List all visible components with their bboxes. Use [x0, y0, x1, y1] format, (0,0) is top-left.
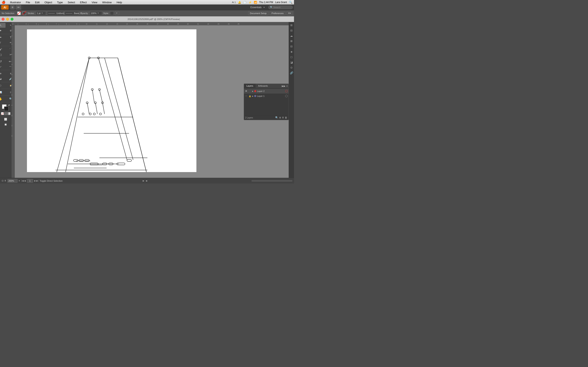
eraser-tool[interactable]: ◻ — [0, 52, 6, 57]
layers-delete-icon[interactable]: 🗑 — [285, 116, 287, 119]
stroke-type-dropdown[interactable]: —— Uniform ▼ — [47, 11, 63, 15]
essentials-label[interactable]: Essentials — [250, 6, 261, 9]
layers-move-icon[interactable]: ⬆ — [282, 116, 284, 119]
menu-illustrator[interactable]: Illustrator — [9, 0, 22, 4]
menu-window[interactable]: Window — [101, 0, 113, 4]
scissors-tool[interactable]: ✂ — [6, 52, 12, 57]
menu-effect[interactable]: Effect — [79, 0, 88, 4]
layer2-visibility-icon[interactable]: 👁 — [245, 90, 248, 92]
nav-next-icon[interactable]: ▶ — [34, 180, 36, 182]
lasso-tool[interactable]: ⊚ — [6, 28, 12, 33]
rp-cc-libraries-icon[interactable]: ☁ — [289, 33, 294, 38]
bluetooth-icon[interactable]: ⚡ — [249, 1, 252, 4]
reflect-tool[interactable]: ⟺ — [6, 59, 12, 64]
toolbar-arrange-icon[interactable]: ≡▾ — [16, 5, 21, 9]
page-input[interactable] — [27, 179, 33, 183]
shape-builder-tool[interactable]: ⊕ — [0, 71, 6, 76]
layer-row-2[interactable]: 👁 ▶ Layer 2 — [244, 89, 288, 94]
toolbar-extra-icon[interactable]: ⚙▾ — [287, 11, 292, 16]
text-tool[interactable]: T — [6, 35, 12, 40]
fill-stroke-swatch[interactable] — [17, 11, 21, 15]
warp-tool[interactable]: 〰 — [6, 64, 12, 69]
preferences-button[interactable]: Preferences — [270, 11, 285, 15]
stroke-swatch-tool[interactable] — [4, 106, 9, 111]
status-arrow-icon[interactable]: ◀ — [146, 180, 147, 182]
layers-panel-expand-icon[interactable]: ▶▶ — [282, 85, 285, 87]
slice-visibility-tool[interactable]: 🔲 — [1, 122, 10, 127]
pen-tool[interactable]: ✒ — [0, 35, 6, 40]
rp-gradient-icon[interactable]: ◪ — [289, 60, 294, 64]
layers-tab[interactable]: Layers — [244, 84, 256, 88]
layer2-lock-icon[interactable] — [249, 90, 251, 92]
rp-appearance-icon[interactable]: ⊙ — [289, 65, 294, 70]
window-maximize-button[interactable] — [11, 18, 13, 21]
nav-first-icon[interactable]: |◀ — [21, 180, 24, 182]
window-close-button[interactable] — [2, 18, 4, 21]
blob-brush-tool[interactable]: ⚫ — [6, 47, 12, 52]
gradient-tool[interactable]: ◪ — [0, 76, 6, 81]
status-icon-2[interactable]: ⬆ — [4, 179, 6, 182]
none-fill-btn[interactable] — [1, 112, 4, 115]
rp-pathfinder-icon[interactable]: ◈ — [289, 49, 294, 54]
status-icon-1[interactable]: ⊡ — [2, 179, 3, 182]
layer2-target[interactable] — [285, 90, 288, 92]
menu-help[interactable]: Help — [115, 0, 123, 4]
layers-search-icon[interactable]: 🔍 — [275, 116, 278, 119]
toolbar-doc-icon[interactable]: ⊞ — [10, 5, 15, 9]
stroke-color-swatch[interactable] — [22, 11, 26, 15]
style-dropdown[interactable]: ▼ — [115, 11, 120, 15]
default-colors-icon[interactable]: ⬛ — [2, 109, 4, 111]
nav-last-icon[interactable]: ▶| — [36, 180, 39, 182]
layer1-target[interactable] — [285, 95, 288, 97]
rp-properties-icon[interactable]: ⊟ — [289, 28, 294, 33]
layer1-visibility-icon[interactable]: 👁 — [245, 95, 248, 98]
stroke-width-dropdown[interactable]: 1 pt ▼ — [36, 11, 46, 15]
menu-file[interactable]: File — [25, 0, 31, 4]
line-tool[interactable]: / — [0, 40, 6, 45]
zoom-tool[interactable]: 🔍 — [6, 96, 12, 101]
menu-select[interactable]: Select — [67, 0, 76, 4]
search-icon[interactable]: 🔍 — [289, 1, 292, 4]
profile-dropdown[interactable]: —— Basic ▼ — [65, 11, 79, 15]
direct-selection-tool[interactable]: ↖ — [6, 23, 12, 28]
document-setup-button[interactable]: Document Setup — [248, 11, 268, 15]
paintbrush-tool[interactable]: 🖌 — [0, 47, 6, 52]
gradient-fill-btn[interactable] — [8, 112, 10, 115]
swap-colors-icon[interactable]: ⇄ — [8, 104, 10, 106]
layer1-expand-icon[interactable]: ▶ — [252, 95, 253, 97]
eyedropper-tool[interactable]: 💉 — [6, 76, 12, 81]
mesh-tool[interactable]: ⊞ — [6, 71, 12, 76]
hand-tool[interactable]: ✋ — [0, 96, 6, 101]
selection-tool[interactable]: ↖ — [0, 23, 6, 28]
layers-new-layer-icon[interactable]: ⊕ — [279, 116, 281, 119]
pencil-tool[interactable]: ✏ — [6, 40, 12, 45]
rp-stroke-icon[interactable]: ◻ — [289, 55, 294, 59]
search-field[interactable]: 🔍 Search — [268, 6, 293, 9]
zoom-dropdown-arrow[interactable]: ▼ — [18, 180, 20, 182]
rp-transform-icon[interactable]: ⊠ — [289, 39, 294, 43]
column-graph-tool[interactable]: 📊 — [0, 90, 6, 95]
menu-type[interactable]: Type — [56, 0, 64, 4]
notification-icon[interactable]: 🔔 — [238, 1, 241, 4]
apple-menu[interactable]: 🍎 — [2, 0, 6, 4]
rp-align-icon[interactable]: ⊟ — [289, 44, 294, 49]
magic-wand-tool[interactable]: ✦ — [0, 28, 6, 33]
rp-links-icon[interactable]: 🔗 — [289, 71, 294, 75]
symbol-sprayer-tool[interactable]: ⛅ — [6, 83, 12, 88]
solid-fill-btn[interactable] — [4, 112, 7, 115]
zoom-input[interactable] — [7, 179, 17, 183]
clock-icon[interactable]: 🕐 — [243, 1, 246, 4]
window-minimize-button[interactable] — [6, 18, 9, 21]
status-play-icon[interactable]: ▶ — [143, 180, 144, 182]
layer2-expand-icon[interactable]: ▶ — [252, 90, 253, 92]
artboard-tool[interactable]: ⬜ — [1, 117, 10, 122]
artboard[interactable] — [27, 29, 196, 172]
menu-object[interactable]: Object — [43, 0, 53, 4]
layer-row-1[interactable]: 👁 🔒 ▶ Layer 1 — [244, 94, 288, 99]
rotate-tool[interactable]: ↺ — [0, 59, 6, 64]
nav-prev-icon[interactable]: ◀ — [24, 180, 26, 182]
artboards-tab[interactable]: Artboards — [256, 84, 270, 88]
rp-libraries-icon[interactable]: ⊞ — [289, 23, 294, 27]
menu-view[interactable]: View — [90, 0, 99, 4]
style-color-swatch[interactable] — [110, 11, 114, 15]
